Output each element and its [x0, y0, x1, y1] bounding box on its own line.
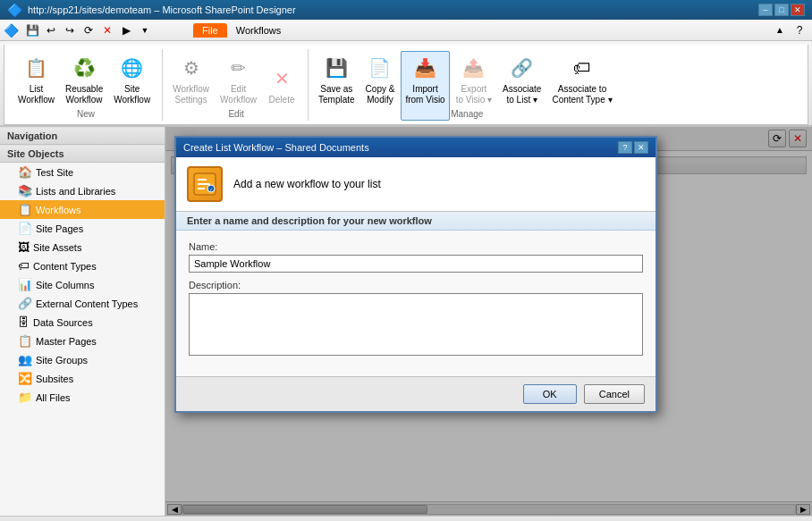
window-controls[interactable]: – □ ✕ [758, 4, 805, 16]
master-pages-label: Master Pages [36, 336, 97, 347]
name-label: Name: [189, 241, 643, 252]
description-label: Description: [189, 280, 643, 290]
create-workflow-modal: Create List Workflow – Shared Documents … [174, 136, 657, 413]
sidebar-item-site-assets[interactable]: 🖼 Site Assets [0, 238, 165, 256]
sidebar-item-workflows[interactable]: 📋 Workflows [0, 200, 165, 219]
site-assets-label: Site Assets [33, 242, 81, 253]
all-files-label: All Files [36, 392, 71, 403]
manage-group-label: Manage [310, 109, 624, 119]
site-workflow-icon: 🌐 [118, 54, 147, 82]
sidebar: Navigation Site Objects 🏠 Test Site 📚 Li… [0, 127, 165, 516]
site-pages-icon: 📄 [18, 222, 32, 235]
all-files-icon: 📁 [18, 391, 32, 404]
modal-title: Create List Workflow – Shared Documents [183, 142, 369, 153]
ribbon-content: 📋 List Workflow ♻️ ReusableWorkflow 🌐 Si… [4, 45, 808, 125]
ok-button[interactable]: OK [523, 384, 577, 404]
edit-workflow-icon: ✏ [224, 54, 253, 82]
workflow-settings-icon: ⚙ [177, 54, 206, 82]
app-title: http://spp21/sites/demoteam – Microsoft … [28, 4, 296, 15]
subsites-label: Subsites [36, 374, 73, 384]
modal-header-icon: ✓ [187, 166, 223, 202]
sidebar-item-data-sources[interactable]: 🗄 Data Sources [0, 313, 165, 332]
main-layout: Navigation Site Objects 🏠 Test Site 📚 Li… [0, 127, 812, 516]
sidebar-item-site-groups[interactable]: 👥 Site Groups [0, 350, 165, 369]
sidebar-item-content-types[interactable]: 🏷 Content Types [0, 256, 165, 275]
site-groups-label: Site Groups [36, 355, 88, 366]
associate-list-icon: 🔗 [508, 54, 537, 82]
file-menu[interactable]: File [193, 23, 227, 38]
site-objects-header: Site Objects [0, 145, 165, 163]
import-visio-icon: 📥 [411, 54, 440, 82]
modal-help-btn[interactable]: ? [618, 141, 632, 154]
delete-icon: ✕ [267, 64, 296, 93]
sidebar-item-master-pages[interactable]: 📋 Master Pages [0, 332, 165, 350]
modal-subheader: Enter a name and description for your ne… [176, 212, 656, 231]
sidebar-item-lists-libraries[interactable]: 📚 Lists and Libraries [0, 181, 165, 200]
data-sources-label: Data Sources [33, 317, 93, 328]
ribbon-group-edit: ⚙ WorkflowSettings ✏ EditWorkflow ✕ Dele… [165, 49, 309, 121]
redo-qat-btn[interactable]: ↪ [61, 21, 79, 39]
svg-text:✓: ✓ [209, 187, 213, 192]
workflow-icon-svg: ✓ [192, 172, 217, 197]
workflow-name-input[interactable] [189, 255, 643, 273]
menu-bar: 🔷 💾 ↩ ↪ ⟳ ✕ ▶ ▼ File Workflows ▲ ? [0, 20, 812, 41]
content-types-label: Content Types [33, 261, 97, 272]
help-collapse-btn[interactable]: ▲ [771, 21, 789, 39]
save-template-icon: 💾 [322, 54, 351, 82]
list-workflow-icon: 📋 [21, 54, 50, 82]
sidebar-item-site-columns[interactable]: 📊 Site Columns [0, 275, 165, 294]
qat-dropdown-btn[interactable]: ▼ [136, 21, 154, 39]
modal-header: ✓ Add a new workflow to your list [176, 157, 656, 212]
sidebar-item-subsites[interactable]: 🔀 Subsites [0, 369, 165, 388]
edit-group-label: Edit [165, 109, 308, 119]
close-btn[interactable]: ✕ [791, 4, 805, 16]
help-btn[interactable]: ? [791, 21, 808, 39]
site-pages-label: Site Pages [36, 223, 83, 234]
copy-modify-icon: 📄 [366, 54, 394, 82]
sidebar-item-all-files[interactable]: 📁 All Files [0, 388, 165, 407]
external-content-types-icon: 🔗 [18, 297, 32, 310]
undo-qat-btn[interactable]: ↩ [42, 21, 60, 39]
sidebar-item-test-site[interactable]: 🏠 Test Site [0, 163, 165, 181]
site-groups-icon: 👥 [18, 353, 32, 366]
svg-rect-3 [198, 188, 205, 189]
app-icon: 🔷 [4, 23, 19, 38]
run-qat-btn[interactable]: ▶ [117, 21, 135, 39]
test-site-label: Test Site [36, 167, 73, 178]
associate-content-type-icon: 🏷 [568, 54, 596, 82]
cancel-button[interactable]: Cancel [584, 384, 645, 404]
modal-title-controls: ? ✕ [618, 141, 648, 154]
workflows-icon: 📋 [18, 203, 32, 216]
status-bar [0, 516, 812, 521]
modal-subheader-text: Enter a name and description for your ne… [187, 215, 432, 226]
ribbon-group-manage: 💾 Save asTemplate 📄 Copy &Modify 📥 Impor… [310, 49, 624, 121]
quick-access-toolbar: 🔷 💾 ↩ ↪ ⟳ ✕ ▶ ▼ [0, 21, 157, 39]
modal-title-bar: Create List Workflow – Shared Documents … [176, 138, 656, 157]
title-bar: 🔷 http://spp21/sites/demoteam – Microsof… [0, 0, 812, 20]
navigation-header: Navigation [0, 127, 165, 145]
refresh-qat-btn[interactable]: ⟳ [80, 21, 97, 39]
workflows-menu[interactable]: Workflows [227, 23, 291, 38]
stop-qat-btn[interactable]: ✕ [98, 21, 116, 39]
maximize-btn[interactable]: □ [774, 4, 789, 16]
modal-footer: OK Cancel [176, 376, 656, 411]
save-qat-btn[interactable]: 💾 [23, 21, 41, 39]
master-pages-icon: 📋 [18, 334, 32, 348]
sidebar-item-external-content-types[interactable]: 🔗 External Content Types [0, 294, 165, 313]
modal-close-btn[interactable]: ✕ [634, 141, 648, 154]
ribbon-group-new: 📋 List Workflow ♻️ ReusableWorkflow 🌐 Si… [10, 49, 163, 121]
site-columns-label: Site Columns [36, 280, 94, 290]
data-sources-icon: 🗄 [18, 315, 30, 329]
minimize-btn[interactable]: – [758, 4, 773, 16]
ribbon: 📋 List Workflow ♻️ ReusableWorkflow 🌐 Si… [0, 41, 812, 127]
sidebar-item-site-pages[interactable]: 📄 Site Pages [0, 219, 165, 238]
site-assets-icon: 🖼 [18, 240, 30, 254]
modal-header-text: Add a new workflow to your list [233, 178, 381, 190]
subsites-icon: 🔀 [18, 372, 32, 385]
external-content-types-label: External Content Types [36, 298, 138, 309]
svg-rect-2 [198, 183, 210, 185]
modal-body: Name: Description: [176, 231, 656, 376]
workflow-description-textarea[interactable] [189, 293, 643, 356]
export-visio-icon: 📤 [460, 54, 488, 82]
site-columns-icon: 📊 [18, 278, 32, 291]
